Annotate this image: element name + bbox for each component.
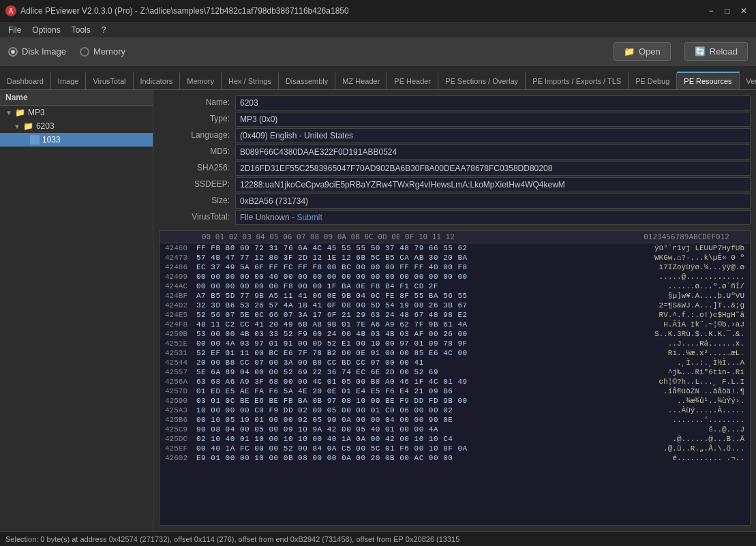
open-label: Open (639, 46, 661, 57)
hex-row: 424F8 48 11 C2 CC 41 20 49 6B A8 9B 01 7… (160, 320, 750, 329)
hex-row-ascii: ..J....Rá......x. (663, 339, 750, 348)
tab-indicators[interactable]: Indicators (134, 72, 181, 89)
tab-image[interactable]: Image (51, 72, 87, 89)
minimize-button[interactable]: − (704, 4, 718, 18)
type-value: MP3 (0x0) (235, 112, 751, 127)
name-value: 6203 (235, 95, 751, 110)
tab-pe-header[interactable]: PE Header (387, 72, 438, 89)
hex-row-ascii: ..¾æ¾û¹..¾ùÝý›. (671, 397, 750, 405)
virustotal-file-unknown: File Unknown - (240, 213, 297, 222)
hex-row: 425A3 10 00 00 00 C0 F9 DD 02 00 05 00 0… (160, 406, 750, 415)
radio-dot (11, 50, 15, 54)
hex-row-bytes: 10 00 00 00 C0 F9 DD 02 00 05 00 00 01 C… (194, 406, 663, 414)
hex-row-ascii: 2=¶S&WJ.A...]T..&;g (654, 301, 750, 309)
hex-content: 42460 FF FB B0 60 72 31 76 6A 4C 45 55 5… (160, 243, 750, 525)
main-area: Name ▼ 📁 MP3 ▼ 📁 6203 ▶ 1033 Name: 6203 … (0, 90, 756, 531)
hex-row-addr: 42499 (160, 273, 194, 281)
hex-row-addr: 424E5 (160, 311, 194, 319)
file-icon-1033 (30, 135, 40, 145)
tab-disassembly[interactable]: Disassembly (279, 72, 335, 89)
modebar: Disk Image Memory 📁 Open 🔄 Reload (0, 38, 756, 65)
hex-row-ascii: .íå®úöZN ..äåöä!.¶ (658, 387, 750, 395)
close-button[interactable]: ✕ (737, 4, 751, 18)
hex-row-addr: 424D2 (160, 301, 194, 309)
hex-row-addr: 4251E (160, 339, 194, 348)
tab-memory[interactable]: Memory (180, 72, 222, 89)
hex-row-addr: 42473 (160, 254, 194, 262)
hex-row-addr: 4257D (160, 387, 194, 395)
language-label: Language: (159, 128, 234, 143)
hex-row-bytes: 01 ED E5 AE FA F6 5A 4E 20 0E 01 E4 E5 F… (194, 387, 658, 395)
hex-row-addr: 425A3 (160, 406, 194, 414)
status-text: Selection: 0 byte(s) at address 0x42574 … (5, 535, 459, 543)
hex-row-ascii: .@......@...B..Ä (667, 435, 750, 443)
tree-item-mp3[interactable]: ▼ 📁 MP3 (0, 106, 153, 119)
hex-row: 424AC 00 00 00 00 00 00 F8 00 00 1F BA 0… (160, 282, 750, 291)
window-title: Adlice PEviewer V2.0.3.0 (Pro) - Z:\adli… (20, 6, 349, 16)
titlebar: A Adlice PEviewer V2.0.3.0 (Pro) - Z:\ad… (0, 0, 756, 22)
disk-image-radio[interactable] (8, 47, 18, 57)
hex-row-ascii: é.......... .¬.. (667, 454, 750, 462)
tree-label-6203: 6203 (36, 121, 55, 131)
hex-row-bytes: 00 00 00 00 00 40 00 00 00 00 00 00 00 0… (194, 273, 654, 281)
tab-pe-imports[interactable]: PE Imports / Exports / TLS (526, 72, 629, 89)
hex-header: 00 01 02 03 04 05 06 07 08 09 0A 0B 0C 0… (160, 231, 750, 243)
hex-row-ascii: S..K.3Rù.$..K.K.¯.&. (649, 330, 750, 338)
hex-row-ascii: ÿû°`r1vj LEUUP7HyfUb (649, 244, 750, 252)
tree-item-1033[interactable]: ▶ 1033 (0, 133, 153, 147)
hex-row: 424D2 32 3D B6 53 26 57 4A 18 41 0F 08 0… (160, 301, 750, 310)
hex-row-addr: 42544 (160, 359, 194, 367)
tab-version[interactable]: Versio... (740, 72, 756, 89)
hex-row-ascii: ...Àùý.....À..... (663, 406, 750, 414)
menu-tools[interactable]: Tools (66, 24, 96, 36)
hex-row-addr: 424AC (160, 282, 194, 290)
hex-row-bytes: FF FB B0 60 72 31 76 6A 4C 45 55 55 50 3… (194, 244, 649, 252)
hex-row: 425DC 02 10 40 01 10 00 10 10 00 40 1A 0… (160, 434, 750, 444)
hex-view[interactable]: 00 01 02 03 04 05 06 07 08 09 0A 0B 0C 0… (159, 230, 751, 526)
hex-row: 425B6 00 10 05 10 01 00 00 02 05 90 0A 0… (160, 415, 750, 425)
hex-row-addr: 42557 (160, 368, 194, 376)
hex-row-bytes: 00 00 4A 03 97 01 91 00 0D 52 E1 00 10 0… (194, 339, 663, 348)
tree-item-6203[interactable]: ▼ 📁 6203 (0, 119, 153, 133)
tab-pe-sections[interactable]: PE Sections / Overlay (438, 72, 526, 89)
open-button[interactable]: 📁 Open (614, 42, 671, 61)
hex-row-ascii: RV.^.f.:.o!)c$HgH˜â (654, 311, 750, 319)
hex-row-ascii: ^j‰...Ri"6tìn-.Ri (663, 368, 750, 376)
hex-row-addr: 4250B (160, 330, 194, 338)
tab-hex-strings[interactable]: Hex / Strings (222, 72, 279, 89)
tabbar: Dashboard Image VirusTotal Indicators Me… (0, 65, 756, 90)
reload-button[interactable]: 🔄 Reload (684, 42, 748, 61)
disk-image-label: Disk Image (22, 46, 66, 57)
memory-option[interactable]: Memory (80, 46, 125, 57)
hex-row: 4256A 63 68 A6 A9 3F 68 00 00 4C 01 05 0… (160, 377, 750, 386)
virustotal-submit-link[interactable]: Submit (297, 213, 322, 222)
hex-row: 42486 EC 37 49 5A 6F FF FC FF F8 00 BC 0… (160, 262, 750, 272)
hex-row: 42590 03 01 0C BE E6 BE FB BA 0B 97 08 1… (160, 396, 750, 406)
hex-row-ascii: .¸Ì..:.¸Ì½Ì...A (671, 359, 750, 367)
memory-radio[interactable] (80, 47, 89, 57)
expand-arrow-6203: ▼ (14, 123, 20, 130)
sidebar: Name ▼ 📁 MP3 ▼ 📁 6203 ▶ 1033 (0, 90, 153, 531)
maximize-button[interactable]: □ (721, 4, 734, 18)
app-icon: A (5, 5, 16, 16)
folder-icon-6203: 📁 (23, 121, 33, 131)
hex-row-bytes: 53 00 00 4B 03 33 52 F9 00 24 00 4B 03 4… (194, 330, 649, 338)
hex-body[interactable]: 42460 FF FB B0 60 72 31 76 6A 4C 45 55 5… (160, 243, 750, 525)
tab-dashboard[interactable]: Dashboard (0, 72, 51, 89)
statusbar: Selection: 0 byte(s) at address 0x42574 … (0, 531, 756, 546)
titlebar-left: A Adlice PEviewer V2.0.3.0 (Pro) - Z:\ad… (5, 5, 349, 16)
disk-image-option[interactable]: Disk Image (8, 46, 66, 57)
hex-row-bytes: 52 EF 01 11 00 BC E6 7F 78 B2 00 0E 01 0… (194, 349, 663, 357)
tab-pe-resources[interactable]: PE Resources (677, 72, 739, 89)
hex-row-addr: 42590 (160, 397, 194, 405)
menu-help[interactable]: ? (96, 24, 112, 36)
menu-options[interactable]: Options (27, 24, 65, 36)
hex-row: 42531 52 EF 01 11 00 BC E6 7F 78 B2 00 0… (160, 348, 750, 358)
menu-file[interactable]: File (3, 24, 27, 36)
hex-row-bytes: EC 37 49 5A 6F FF FC FF F8 00 BC 00 00 0… (194, 263, 654, 271)
hex-ascii-header: 0123456789ABCDEF012 (638, 232, 735, 241)
tab-virustotal[interactable]: VirusTotal (86, 72, 133, 89)
hex-row-bytes: A7 B5 5D 77 9B A5 11 41 06 0E 9B 04 0C F… (194, 292, 663, 300)
tab-pe-debug[interactable]: PE Debug (629, 72, 677, 89)
tab-mz-header[interactable]: MZ Header (335, 72, 387, 89)
